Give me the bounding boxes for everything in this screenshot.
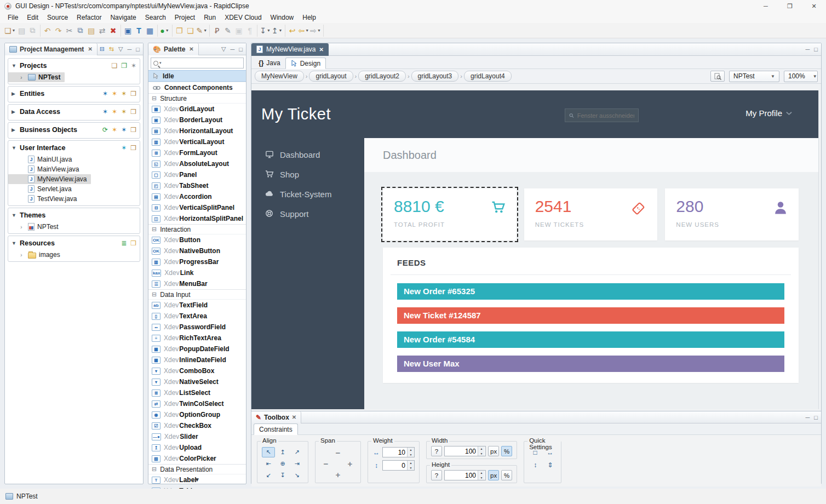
- search-wand-dropdown-icon[interactable]: ▼: [203, 28, 207, 32]
- twistie-expanded-icon[interactable]: ▼: [12, 145, 17, 151]
- palette-item-xdevverticalsplitpanel[interactable]: ⊟XdevVerticalSplitPanel: [148, 202, 246, 213]
- tab-design[interactable]: Design: [285, 58, 326, 69]
- tree-item-mynewview-java[interactable]: JMyNewView.java: [8, 174, 91, 184]
- minimize-window-button[interactable]: ─: [754, 0, 778, 12]
- project-select[interactable]: NPTest ▼: [729, 71, 779, 82]
- twistie-expanded-icon[interactable]: ▼: [12, 240, 17, 246]
- dao-editor-icon[interactable]: ✶: [112, 108, 117, 116]
- maximize-view-icon[interactable]: □: [239, 46, 243, 53]
- palette-item-xdevgridlayout[interactable]: ▦XdevGridLayout: [148, 104, 246, 114]
- palette-item-xdevoptiongroup[interactable]: ◉XdevOptionGroup: [148, 409, 246, 420]
- expand-chevron-icon[interactable]: ›: [20, 74, 25, 81]
- collapse-section-icon[interactable]: ⊟: [152, 291, 157, 298]
- height-input[interactable]: [445, 471, 478, 480]
- menu-file[interactable]: File: [3, 13, 22, 22]
- quick-size-full-button[interactable]: ⇕: [543, 460, 557, 471]
- close-toolbox-icon[interactable]: ✕: [292, 414, 296, 420]
- preview-button[interactable]: [710, 71, 725, 82]
- twistie-collapsed-icon[interactable]: ▶: [12, 109, 17, 114]
- tree-item-mainview-java[interactable]: JMainView.java: [8, 164, 140, 174]
- menu-window[interactable]: Window: [266, 13, 299, 22]
- sidebar-item-ticket-system[interactable]: Ticket-System: [251, 184, 364, 204]
- span-vertical-decrease-button[interactable]: −: [332, 447, 344, 458]
- tree-item-nptest[interactable]: ›NPTest: [8, 222, 140, 232]
- refresh-bo-icon[interactable]: ⟳: [102, 126, 108, 134]
- expand-chevron-icon[interactable]: ›: [20, 224, 25, 230]
- tree-header-user-interface[interactable]: ▼User Interface✶❒: [8, 141, 140, 154]
- vertical-weight-spinner[interactable]: ▲▼: [382, 460, 415, 471]
- next-annotation-button[interactable]: ↧▼: [259, 25, 271, 37]
- palette-item-xdevtwincolselect[interactable]: ⇄XdevTwinColSelect: [148, 398, 246, 409]
- align-top-center-button[interactable]: ↥: [276, 447, 289, 457]
- horizontal-weight-spinner[interactable]: ▲▼: [382, 447, 415, 457]
- app-search-input[interactable]: [577, 112, 634, 119]
- palette-item-xdevupload[interactable]: ↥XdevUpload: [148, 442, 246, 453]
- palette-item-xdevslider[interactable]: —●XdevSlider: [148, 431, 246, 442]
- palette-tool-connect-components[interactable]: Connect Components: [148, 82, 246, 93]
- bo-package-icon[interactable]: ❒: [130, 126, 136, 134]
- maximize-window-button[interactable]: ❐: [778, 0, 802, 12]
- undo-button[interactable]: ↶: [42, 25, 53, 37]
- redo-button[interactable]: ↷: [53, 25, 64, 37]
- palette-item-xdevprogressbar[interactable]: ▥XdevProgressBar: [148, 256, 246, 267]
- forward-history-button[interactable]: ⇨▼: [309, 25, 322, 37]
- open-project-button[interactable]: ❐: [174, 25, 185, 37]
- entity-package-icon[interactable]: ❒: [130, 90, 136, 98]
- new-project-icon[interactable]: ❏: [111, 62, 117, 70]
- palette-item-xdevnativebutton[interactable]: OKXdevNativeButton: [148, 245, 246, 256]
- expand-chevron-icon[interactable]: ›: [20, 251, 25, 258]
- palette-item-xdevlink[interactable]: kaxXdevLink: [148, 267, 246, 278]
- new-wizard-dropdown-icon[interactable]: ▼: [12, 28, 16, 32]
- toolbox-tab[interactable]: ✎ Toolbox ✕: [251, 411, 301, 423]
- palette-item-xdevpopupdatefield[interactable]: ▦XdevPopupDateField: [148, 343, 246, 354]
- new-wizard-button[interactable]: ❏▼: [4, 25, 16, 37]
- breadcrumb-gridlayout3[interactable]: gridLayout3: [411, 71, 459, 82]
- new-folder-icon[interactable]: ❒: [130, 239, 136, 247]
- maximize-view-icon[interactable]: □: [136, 46, 140, 53]
- quick-height-full-button[interactable]: ↕: [529, 460, 542, 471]
- maximize-view-icon[interactable]: □: [814, 46, 818, 53]
- align-bottom-left-button[interactable]: ↙: [262, 470, 275, 480]
- sidebar-item-dashboard[interactable]: Dashboard: [251, 145, 364, 164]
- tree-header-resources[interactable]: ▼Resources≣❒: [8, 236, 140, 250]
- breadcrumb-mynewview[interactable]: MyNewView: [255, 71, 304, 82]
- tree-header-projects[interactable]: ▼Projects❏❐✶: [8, 59, 140, 72]
- tree-item-images[interactable]: ›images: [8, 250, 140, 260]
- refactor-tool-button[interactable]: ⇄: [97, 25, 108, 37]
- align-center-button[interactable]: ⊕: [276, 459, 289, 469]
- width-auto-button[interactable]: ?: [431, 446, 442, 456]
- project-management-tab[interactable]: Project Management ✕: [5, 43, 97, 55]
- new-resource-icon[interactable]: ≣: [121, 239, 127, 247]
- menu-refactor[interactable]: Refactor: [72, 13, 106, 22]
- open-file-button[interactable]: ❏: [185, 25, 196, 37]
- breadcrumb-gridlayout4[interactable]: gridLayout4: [464, 71, 512, 82]
- collapse-section-icon[interactable]: ⊟: [152, 95, 157, 102]
- minimize-view-icon[interactable]: ─: [231, 46, 235, 53]
- back-history-button[interactable]: ⇦▼: [298, 25, 310, 37]
- twistie-expanded-icon[interactable]: ▼: [12, 63, 17, 68]
- twistie-expanded-icon[interactable]: ▼: [12, 213, 17, 218]
- palette-item-xdevhorizontalsplitpanel[interactable]: ◫XdevHorizontalSplitPanel: [148, 213, 246, 224]
- preview-app-header[interactable]: My Ticket: [251, 90, 818, 138]
- feeds-panel[interactable]: FEEDS New Order #65325New Ticket #124587…: [383, 248, 799, 383]
- feed-item-new-order-65325[interactable]: New Order #65325: [397, 283, 784, 300]
- span-vertical-increase-button[interactable]: +: [332, 469, 344, 480]
- palette-item-xdevcolorpicker[interactable]: ▧XdevColorPicker: [148, 453, 246, 464]
- width-input[interactable]: [445, 446, 478, 456]
- last-edit-location-button[interactable]: ↩: [287, 25, 298, 37]
- stat-card-total-profit[interactable]: 8810 €TOTAL PROFIT: [383, 188, 517, 240]
- twistie-collapsed-icon[interactable]: ▶: [12, 127, 17, 133]
- collapse-all-icon[interactable]: ⊟: [100, 45, 105, 53]
- ui-package-icon[interactable]: ❒: [130, 144, 136, 152]
- new-dao-icon[interactable]: ✶: [102, 108, 108, 116]
- search-wand-button[interactable]: ✎▼: [196, 25, 208, 37]
- vertical-weight-input[interactable]: [383, 461, 407, 470]
- palette-item-xdevformlayout[interactable]: ⊞XdevFormLayout: [148, 147, 246, 158]
- align-middle-left-button[interactable]: ⇤: [262, 459, 275, 469]
- close-project-view-icon[interactable]: ✕: [88, 46, 92, 52]
- palette-item-xdevaccordion[interactable]: ▤XdevAccordion: [148, 191, 246, 202]
- width-percent-button[interactable]: %: [501, 446, 512, 456]
- app-search-field[interactable]: [565, 108, 639, 122]
- back-history-dropdown-icon[interactable]: ▼: [305, 28, 309, 32]
- tree-header-data-access[interactable]: ▶Data Access✶✶✶❒: [8, 105, 140, 118]
